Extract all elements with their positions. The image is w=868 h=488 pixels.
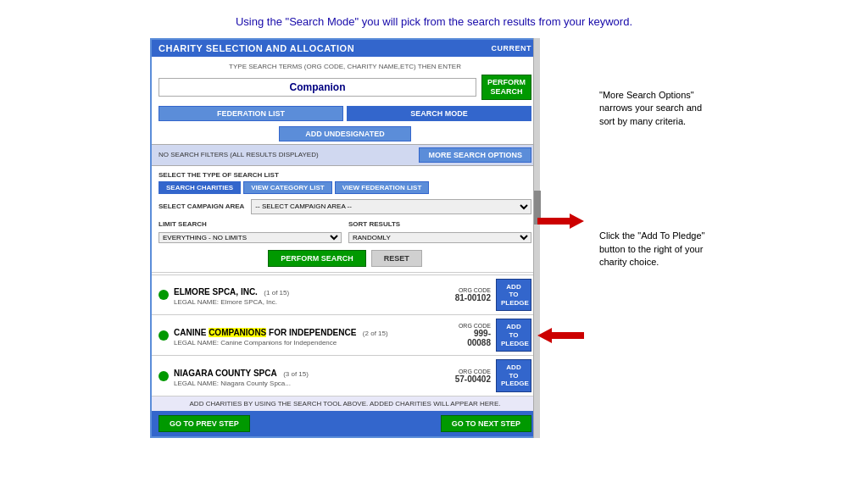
charity-result-3: NIAGARA COUNTY SPCA (3 of 15) LEGAL NAME… xyxy=(152,355,538,396)
arrow-more-search xyxy=(537,214,584,229)
perform-search-top-button[interactable]: PERFORM SEARCH xyxy=(481,75,531,100)
limit-sort-row: LIMIT SEARCH EVERYTHING - NO LIMITS SORT… xyxy=(152,220,538,247)
search-type-section: SELECT THE TYPE OF SEARCH LIST SEARCH CH… xyxy=(152,166,538,196)
charity-name-2: CANINE COMPANIONS FOR INDEPENDENCE xyxy=(174,328,356,337)
charity-info-3: NIAGARA COUNTY SPCA (3 of 15) LEGAL NAME… xyxy=(174,364,450,387)
charity-circle-2 xyxy=(159,330,169,341)
sort-group: SORT RESULTS RANDOMLY xyxy=(348,220,531,243)
charity-org-code-2: ORG CODE 999-00088 xyxy=(459,323,491,347)
type-instruction: TYPE SEARCH TERMS (ORG CODE, CHARITY NAM… xyxy=(159,60,531,73)
perform-search-row: PERFORM SEARCH RESET xyxy=(152,247,538,270)
instruction-text: Using the "Search Mode" you will pick fr… xyxy=(236,15,632,28)
sort-select[interactable]: RANDOMLY xyxy=(348,232,531,243)
view-federation-button[interactable]: VIEW FEDERATION LIST xyxy=(335,181,430,194)
charity-org-code-3: ORG CODE 57-00402 xyxy=(455,369,491,384)
add-to-pledge-button-1[interactable]: ADD TO PLEDGE xyxy=(496,279,531,312)
next-step-button[interactable]: GO TO NEXT STEP xyxy=(441,415,531,432)
charity-count-2: (2 of 15) xyxy=(363,330,388,337)
search-input[interactable] xyxy=(159,78,476,97)
search-charities-button[interactable]: SEARCH CHARITIES xyxy=(159,181,241,194)
limit-select[interactable]: EVERYTHING - NO LIMITS xyxy=(159,232,342,243)
org-code-val-2: 999-00088 xyxy=(467,329,491,347)
prev-step-button[interactable]: GO TO PREV STEP xyxy=(159,415,250,432)
annotations: "More Search Options" narrows your searc… xyxy=(540,38,718,438)
campaign-area-row: SELECT CAMPAIGN AREA -- SELECT CAMPAIGN … xyxy=(159,199,531,214)
charity-circle-1 xyxy=(159,290,169,300)
type-instruction-text: TYPE SEARCH TERMS (ORG CODE, CHARITY NAM… xyxy=(229,63,461,70)
panel-footer-buttons: GO TO PREV STEP GO TO NEXT STEP xyxy=(152,411,538,436)
org-code-label-3: ORG CODE xyxy=(455,369,491,374)
org-code-val-1: 81-00102 xyxy=(455,293,491,302)
charity-info-2: CANINE COMPANIONS FOR INDEPENDENCE (2 of… xyxy=(174,324,453,347)
campaign-area-label: SELECT CAMPAIGN AREA xyxy=(159,202,244,210)
campaign-area-section: SELECT CAMPAIGN AREA -- SELECT CAMPAIGN … xyxy=(152,196,538,220)
search-results-bar: NO SEARCH FILTERS (ALL RESULTS DISPLAYED… xyxy=(152,144,538,166)
arrow-add-to-pledge xyxy=(537,328,584,343)
charity-count-1: (1 of 15) xyxy=(264,289,289,297)
campaign-area-select[interactable]: -- SELECT CAMPAIGN AREA -- xyxy=(251,199,531,214)
top-instruction: Using the "Search Mode" you will pick fr… xyxy=(0,0,868,38)
charity-legal-1: LEGAL NAME: Elmore SPCA, Inc. xyxy=(174,298,450,306)
sort-label: SORT RESULTS xyxy=(348,220,531,228)
annotation-top: "More Search Options" narrows your searc… xyxy=(599,89,718,128)
annotation-bottom: Click the "Add To Pledge" button to the … xyxy=(599,230,718,269)
search-mode-button[interactable]: SEARCH MODE xyxy=(347,106,531,121)
org-code-val-3: 57-00402 xyxy=(455,374,491,384)
charity-legal-3: LEGAL NAME: Niagara County Spca... xyxy=(174,380,450,387)
charity-legal-2: LEGAL NAME: Canine Companions for Indepe… xyxy=(174,339,453,347)
limit-group: LIMIT SEARCH EVERYTHING - NO LIMITS xyxy=(159,220,342,243)
org-code-label-2: ORG CODE xyxy=(459,323,491,329)
charity-count-3: (3 of 15) xyxy=(283,370,309,378)
search-type-label: SELECT THE TYPE OF SEARCH LIST xyxy=(159,171,531,179)
charity-result-2: CANINE COMPANIONS FOR INDEPENDENCE (2 of… xyxy=(152,314,538,355)
footer-note: ADD CHARITIES BY USING THE SEARCH TOOL A… xyxy=(152,396,538,411)
current-label: CURRENT xyxy=(492,44,532,53)
charity-panel: CHARITY SELECTION AND ALLOCATION CURRENT… xyxy=(150,38,540,438)
more-search-options-button[interactable]: MORE SEARCH OPTIONS xyxy=(419,147,531,163)
add-to-pledge-button-2[interactable]: ADD TO PLEDGE xyxy=(496,319,531,352)
limit-label: LIMIT SEARCH xyxy=(159,220,342,228)
charity-org-code-1: ORG CODE 81-00102 xyxy=(455,287,491,302)
panel-header: CHARITY SELECTION AND ALLOCATION CURRENT xyxy=(152,40,538,57)
add-undesignated-button[interactable]: ADD UNDESIGNATED xyxy=(279,126,410,141)
panel-title: CHARITY SELECTION AND ALLOCATION xyxy=(159,43,354,53)
add-undesignated-row: ADD UNDESIGNATED xyxy=(152,124,538,144)
svg-marker-1 xyxy=(537,328,584,343)
charity-name-3: NIAGARA COUNTY SPCA xyxy=(174,369,277,378)
perform-search-button[interactable]: PERFORM SEARCH xyxy=(268,250,366,267)
charity-info-1: ELMORE SPCA, INC. (1 of 15) LEGAL NAME: … xyxy=(174,283,450,306)
scrollbar[interactable] xyxy=(533,38,540,438)
search-type-buttons: SEARCH CHARITIES VIEW CATEGORY LIST VIEW… xyxy=(159,181,531,194)
charity-circle-3 xyxy=(159,371,169,381)
org-code-label-1: ORG CODE xyxy=(455,287,491,293)
view-category-button[interactable]: VIEW CATEGORY LIST xyxy=(243,181,332,194)
charity-result-1: ELMORE SPCA, INC. (1 of 15) LEGAL NAME: … xyxy=(152,274,538,315)
add-to-pledge-button-3[interactable]: ADD TO PLEDGE xyxy=(496,359,531,392)
federation-list-button[interactable]: FEDERATION LIST xyxy=(159,106,343,121)
results-text: NO SEARCH FILTERS (ALL RESULTS DISPLAYED… xyxy=(159,151,319,158)
svg-marker-0 xyxy=(537,214,584,229)
reset-button[interactable]: RESET xyxy=(371,250,422,267)
charity-name-1: ELMORE SPCA, INC. xyxy=(174,287,258,297)
nav-buttons-row: FEDERATION LIST SEARCH MODE xyxy=(152,103,538,124)
